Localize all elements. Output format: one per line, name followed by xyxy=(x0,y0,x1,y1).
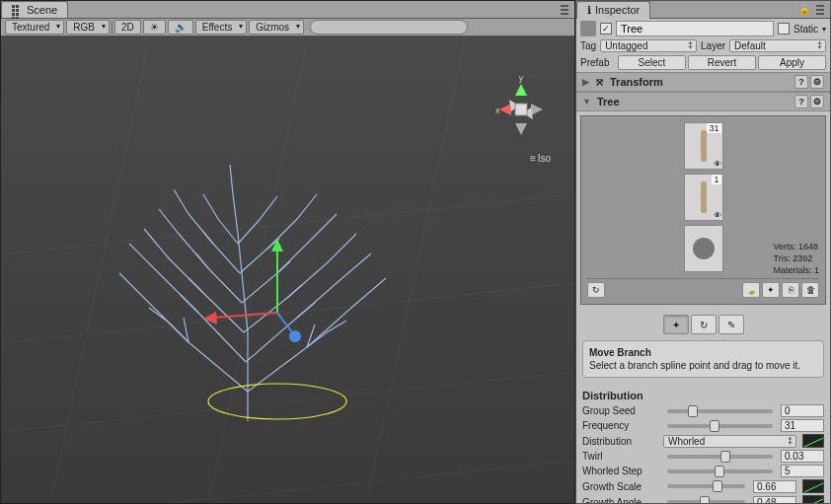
trunk-count: 1 xyxy=(712,175,720,184)
svg-point-18 xyxy=(693,238,715,259)
svg-marker-12 xyxy=(531,104,543,115)
property-value[interactable]: 0.03 xyxy=(781,450,824,463)
property-row: Whorled Step5 xyxy=(576,464,830,478)
property-row: Growth Scale0.66 xyxy=(576,478,830,494)
svg-point-6 xyxy=(289,330,301,342)
add-leaf-icon[interactable]: 🍃 xyxy=(742,282,760,298)
rotate-branch-tool[interactable]: ↻ xyxy=(691,315,717,334)
freehand-tool[interactable]: ✎ xyxy=(718,315,744,334)
object-enabled-checkbox[interactable]: ✓ xyxy=(600,23,612,35)
effects-dropdown[interactable]: Effects xyxy=(195,20,247,35)
audio-toggle[interactable]: 🔊 xyxy=(168,20,193,35)
slider[interactable] xyxy=(667,469,773,473)
svg-line-3 xyxy=(213,313,277,318)
root-group-item[interactable] xyxy=(684,225,723,272)
tree-component-header[interactable]: ▼ Tree ? ⚙ xyxy=(576,92,830,111)
static-checkbox[interactable] xyxy=(778,23,790,35)
duplicate-icon[interactable]: ⎘ xyxy=(782,282,799,298)
svg-text:x: x xyxy=(495,106,500,115)
layer-dropdown[interactable]: Default xyxy=(729,39,826,52)
svg-point-0 xyxy=(208,384,346,419)
settings-icon[interactable]: ⚙ xyxy=(810,95,824,108)
help-icon[interactable]: ? xyxy=(794,75,808,89)
static-dropdown-icon[interactable]: ▾ xyxy=(822,25,826,34)
lock-icon[interactable]: 🔒 xyxy=(798,4,816,15)
property-value[interactable]: 0.48 xyxy=(753,496,796,505)
property-label: Distribution xyxy=(582,436,659,447)
property-label: Growth Angle xyxy=(582,497,659,505)
scene-tab-row: Scene xyxy=(1,1,574,19)
scene-tab-label: Scene xyxy=(27,4,57,16)
delete-icon[interactable]: 🗑 xyxy=(801,282,819,298)
visibility-icon[interactable]: 👁 xyxy=(714,211,721,220)
svg-marker-4 xyxy=(203,312,217,324)
fold-icon: ▶ xyxy=(582,77,589,87)
scene-search-input[interactable] xyxy=(310,20,468,35)
prefab-revert-button[interactable]: Revert xyxy=(688,55,756,70)
prefab-select-button[interactable]: Select xyxy=(618,55,686,70)
orientation-gizmo[interactable]: y x xyxy=(491,72,551,141)
selection-circle xyxy=(193,372,361,431)
svg-text:y: y xyxy=(519,73,524,83)
lighting-toggle[interactable]: ☀ xyxy=(143,20,166,35)
add-branch-icon[interactable]: ✦ xyxy=(762,282,780,298)
slider[interactable] xyxy=(667,500,745,504)
object-icon[interactable] xyxy=(580,21,596,36)
refresh-icon[interactable]: ↻ xyxy=(587,282,605,298)
inspector-icon: ℹ xyxy=(587,4,591,17)
fold-icon: ▼ xyxy=(582,97,591,107)
shading-dropdown[interactable]: Textured xyxy=(5,20,64,35)
visibility-icon[interactable]: 👁 xyxy=(714,160,721,169)
prefab-apply-button[interactable]: Apply xyxy=(758,55,826,70)
svg-rect-16 xyxy=(701,130,707,162)
property-value[interactable]: 0 xyxy=(781,404,824,417)
branch-tool-row: ✦ ↻ ✎ xyxy=(576,309,830,340)
panel-menu-icon[interactable] xyxy=(561,4,574,16)
trunk-group-item[interactable]: 1 👁 xyxy=(684,174,723,221)
transform-gizmo[interactable] xyxy=(198,234,356,352)
slider[interactable] xyxy=(667,409,773,413)
scene-panel: Scene Textured RGB 2D ☀ 🔊 Effects Gizmos xyxy=(0,0,575,504)
curve-graph[interactable] xyxy=(802,495,824,504)
settings-icon[interactable]: ⚙ xyxy=(810,75,824,89)
curve-graph[interactable] xyxy=(802,434,824,448)
projection-label[interactable]: ≡ Iso xyxy=(530,153,551,164)
slider[interactable] xyxy=(667,484,745,488)
object-name-input[interactable] xyxy=(616,21,774,36)
property-label: Frequency xyxy=(582,420,659,431)
svg-line-5 xyxy=(277,313,292,332)
panel-menu-icon[interactable] xyxy=(816,4,830,16)
move-branch-tool[interactable]: ✦ xyxy=(663,315,689,334)
tool-hint: Move Branch Select a branch spline point… xyxy=(582,340,824,378)
tag-label: Tag xyxy=(580,40,596,51)
svg-marker-2 xyxy=(271,239,283,252)
tag-dropdown[interactable]: Untagged xyxy=(600,39,697,52)
property-label: Twirl xyxy=(582,451,659,462)
scene-icon xyxy=(12,5,23,16)
help-icon[interactable]: ? xyxy=(794,95,808,108)
property-value[interactable]: 0.66 xyxy=(753,480,796,493)
transform-icon: ⤧ xyxy=(595,76,604,89)
distribution-dropdown[interactable]: Whorled xyxy=(663,435,796,448)
slider[interactable] xyxy=(667,455,773,459)
scene-toolbar: Textured RGB 2D ☀ 🔊 Effects Gizmos xyxy=(1,19,574,36)
curve-graph[interactable] xyxy=(802,479,824,493)
property-value[interactable]: 31 xyxy=(781,419,824,432)
svg-rect-17 xyxy=(701,181,707,213)
inspector-tab-label: Inspector xyxy=(595,4,640,16)
scene-view[interactable]: y x ≡ Iso xyxy=(1,36,574,503)
scene-tab[interactable]: Scene xyxy=(1,1,68,18)
slider[interactable] xyxy=(667,424,773,428)
gizmos-dropdown[interactable]: Gizmos xyxy=(249,20,304,35)
inspector-tab[interactable]: ℹ Inspector xyxy=(576,1,650,19)
svg-marker-8 xyxy=(515,84,527,96)
rendermode-dropdown[interactable]: RGB xyxy=(66,20,110,35)
2d-toggle[interactable]: 2D xyxy=(114,20,141,35)
branch-group-item[interactable]: 31 👁 xyxy=(684,122,723,170)
svg-marker-11 xyxy=(499,104,511,115)
property-value[interactable]: 5 xyxy=(781,465,824,477)
prefab-label: Prefab xyxy=(580,57,616,68)
property-label: Growth Scale xyxy=(582,481,659,492)
svg-marker-9 xyxy=(515,123,527,135)
transform-component-header[interactable]: ▶ ⤧ Transform ? ⚙ xyxy=(576,72,830,92)
